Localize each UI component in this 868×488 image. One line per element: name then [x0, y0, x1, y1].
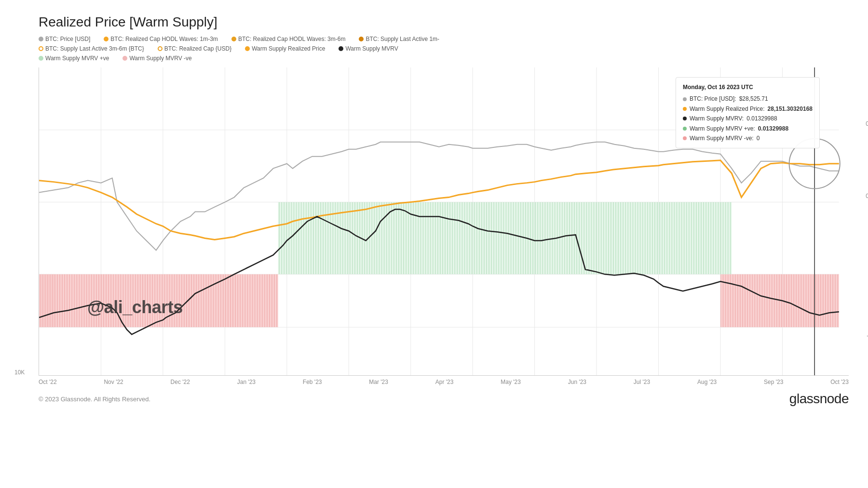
legend-item-hodl-3m6m: BTC: Realized Cap HODL Waves: 3m-6m [231, 36, 346, 42]
x-label-10: Aug '23 [697, 379, 717, 385]
legend-item-realized-cap-usd: BTC: Realized Cap {USD} [158, 45, 231, 52]
x-label-3: Jan '23 [237, 379, 256, 385]
x-label-6: Apr '23 [435, 379, 454, 385]
tooltip-dot-4 [683, 136, 687, 140]
x-label-9: Jul '23 [634, 379, 650, 385]
x-label-5: Mar '23 [369, 379, 388, 385]
tooltip-label-3: Warm Supply MVRV +ve: [690, 124, 755, 133]
tooltip-row-3: Warm Supply MVRV +ve: 0.01329988 [683, 124, 813, 133]
legend-area: BTC: Price [USD] BTC: Realized Cap HODL … [39, 36, 849, 63]
legend-item-btc-price: BTC: Price [USD] [39, 36, 90, 42]
x-label-0: Oct '22 [39, 379, 57, 385]
tooltip-label-4: Warm Supply MVRV -ve: [690, 133, 754, 143]
tooltip-value-0: $28,525.71 [739, 94, 768, 104]
x-label-1: Nov '22 [104, 379, 123, 385]
tooltip-value-2: 0.01329988 [746, 114, 777, 123]
legend-dot-warm-mvrv [339, 46, 343, 51]
tooltip-label-2: Warm Supply MVRV: [690, 114, 744, 123]
tooltip-dot-2 [683, 117, 687, 120]
chart-wrapper: 10K [39, 67, 849, 376]
legend-dot-hodl-1m3m [104, 37, 108, 41]
legend-label-hodl-3m6m: BTC: Realized Cap HODL Waves: 3m-6m [238, 36, 346, 42]
legend-row-3: Warm Supply MVRV +ve Warm Supply MVRV -v… [39, 55, 849, 62]
glassnode-logo: glassnode [789, 391, 849, 407]
x-label-7: May '23 [501, 379, 521, 385]
legend-label-warm-realized: Warm Supply Realized Price [252, 45, 325, 52]
legend-dot-realized-cap [158, 46, 163, 51]
copyright-text: © 2023 Glassnode. All Rights Reserved. [39, 396, 150, 403]
legend-dot-hodl-3m6m [231, 37, 236, 41]
tooltip-value-1: 28,151.30320168 [768, 104, 813, 114]
chart-container: Realized Price [Warm Supply] BTC: Price … [0, 0, 868, 488]
y-label-04: 0.4 [866, 193, 868, 199]
legend-label-warm-mvrv: Warm Supply MVRV [345, 45, 398, 52]
x-label-2: Dec '22 [171, 379, 190, 385]
tooltip-box: Monday, Oct 16 2023 UTC BTC: Price [USD]… [676, 77, 820, 148]
tooltip-date: Monday, Oct 16 2023 UTC [683, 82, 813, 92]
legend-label-btc-price: BTC: Price [USD] [45, 36, 90, 42]
x-label-11: Sep '23 [764, 379, 783, 385]
tooltip-value-3: 0.01329988 [758, 124, 788, 133]
legend-dot-supply-3m6m [39, 46, 43, 51]
chart-area: Monday, Oct 16 2023 UTC BTC: Price [USD]… [39, 67, 849, 376]
x-label-4: Feb '23 [303, 379, 322, 385]
y-axis-left-label: 10K [14, 369, 25, 376]
legend-item-supply-last-active-1m: BTC: Supply Last Active 1m- [359, 36, 439, 42]
tooltip-label-0: BTC: Price [USD]: [690, 94, 736, 104]
tooltip-dot-0 [683, 97, 687, 101]
x-label-8: Jun '23 [568, 379, 586, 385]
legend-label-hodl-1m3m: BTC: Realized Cap HODL Waves: 1m-3m [110, 36, 218, 42]
tooltip-row-1: Warm Supply Realized Price: 28,151.30320… [683, 104, 813, 114]
page-title: Realized Price [Warm Supply] [39, 14, 849, 30]
tooltip-label-1: Warm Supply Realized Price: [690, 104, 765, 114]
tooltip-row-0: BTC: Price [USD]: $28,525.71 [683, 94, 813, 104]
tooltip-dot-1 [683, 107, 687, 111]
legend-row-1: BTC: Price [USD] BTC: Realized Cap HODL … [39, 36, 849, 42]
legend-item-mvrv-negative: Warm Supply MVRV -ve [122, 55, 191, 62]
x-label-12: Oct '23 [830, 379, 849, 385]
legend-dot-mvrv-positive [39, 56, 43, 61]
legend-label-supply-3m6m: BTC: Supply Last Active 3m-6m {BTC} [45, 45, 144, 52]
legend-item-warm-supply-mvrv: Warm Supply MVRV [339, 45, 398, 52]
x-axis: Oct '22 Nov '22 Dec '22 Jan '23 Feb '23 … [39, 376, 849, 385]
legend-dot-mvrv-negative [122, 56, 127, 61]
legend-item-mvrv-positive: Warm Supply MVRV +ve [39, 55, 109, 62]
legend-dot-btc-price [39, 37, 43, 41]
legend-item-supply-3m6m-btc: BTC: Supply Last Active 3m-6m {BTC} [39, 45, 144, 52]
legend-dot-warm-realized [245, 46, 250, 51]
tooltip-value-4: 0 [757, 133, 760, 143]
legend-label-mvrv-negative: Warm Supply MVRV -ve [129, 55, 191, 62]
legend-dot-supply-1m [359, 37, 364, 41]
footer: © 2023 Glassnode. All Rights Reserved. g… [39, 391, 849, 407]
legend-item-warm-supply-realized: Warm Supply Realized Price [245, 45, 325, 52]
tooltip-row-4: Warm Supply MVRV -ve: 0 [683, 133, 813, 143]
y-label-08: 0.8 [866, 120, 868, 127]
tooltip-row-2: Warm Supply MVRV: 0.01329988 [683, 114, 813, 123]
watermark: @ali_charts [87, 297, 183, 317]
tooltip-dot-3 [683, 127, 687, 131]
legend-row-2: BTC: Supply Last Active 3m-6m {BTC} BTC:… [39, 45, 849, 52]
svg-rect-35 [278, 202, 732, 275]
legend-item-hodl-1m3m: BTC: Realized Cap HODL Waves: 1m-3m [104, 36, 218, 42]
legend-label-mvrv-positive: Warm Supply MVRV +ve [45, 55, 109, 62]
legend-label-supply-1m: BTC: Supply Last Active 1m- [366, 36, 439, 42]
legend-label-realized-cap: BTC: Realized Cap {USD} [164, 45, 231, 52]
